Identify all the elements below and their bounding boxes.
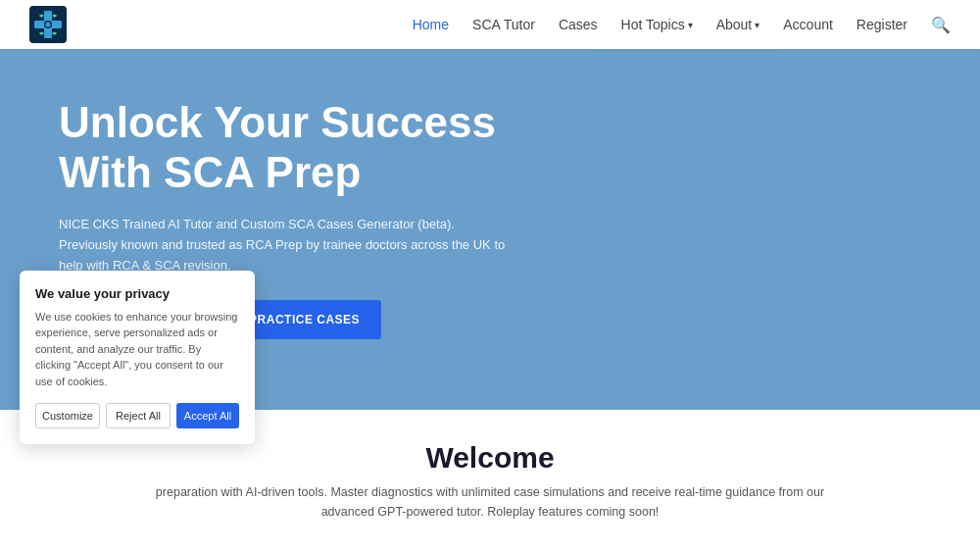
hero-subtitle: NICE CKS Trained AI Tutor and Custom SCA… <box>59 215 529 276</box>
nav-account[interactable]: Account <box>783 17 833 32</box>
nav-cases[interactable]: Cases <box>559 17 598 32</box>
nav-sca-tutor[interactable]: SCA Tutor <box>472 17 535 32</box>
reject-all-button[interactable]: Reject All <box>106 403 171 428</box>
nav-menu: Home SCA Tutor Cases Hot Topics ▾ About … <box>413 16 951 34</box>
svg-point-4 <box>46 23 51 27</box>
search-icon[interactable]: 🔍 <box>931 16 951 34</box>
nav-home[interactable]: Home <box>413 17 449 32</box>
nav-hot-topics[interactable]: Hot Topics ▾ <box>621 17 693 32</box>
nav-register[interactable]: Register <box>857 17 907 32</box>
logo-icon <box>29 6 67 43</box>
welcome-title: Welcome <box>425 441 554 475</box>
cookie-text: We use cookies to enhance your browsing … <box>35 309 239 390</box>
accept-all-button[interactable]: Accept All <box>176 403 239 428</box>
cookie-banner: We value your privacy We use cookies to … <box>20 271 255 445</box>
nav-about[interactable]: About ▾ <box>716 17 760 32</box>
navbar: Home SCA Tutor Cases Hot Topics ▾ About … <box>0 0 980 49</box>
cookie-title: We value your privacy <box>35 286 239 301</box>
cookie-buttons: Customize Reject All Accept All <box>35 403 239 428</box>
hot-topics-chevron-icon: ▾ <box>688 20 693 30</box>
hero-title: Unlock Your Success With SCA Prep <box>59 98 529 197</box>
about-chevron-icon: ▾ <box>755 20 760 30</box>
customize-button[interactable]: Customize <box>35 403 100 428</box>
welcome-text: preparation with AI-driven tools. Master… <box>147 482 833 522</box>
logo[interactable] <box>29 6 67 43</box>
